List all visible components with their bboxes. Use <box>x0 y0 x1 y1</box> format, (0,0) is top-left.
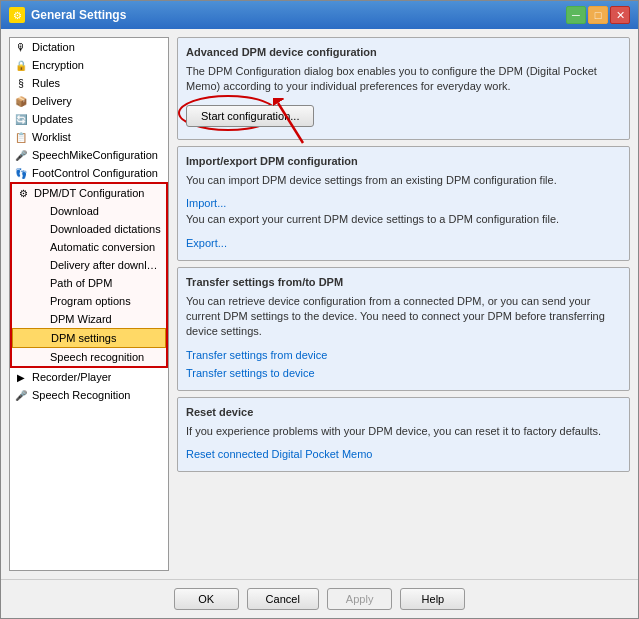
content-area: 🎙 Dictation 🔒 Encryption § Rules 📦 Deliv… <box>1 29 638 579</box>
sidebar-item-updates[interactable]: 🔄 Updates <box>10 110 168 128</box>
reset-link[interactable]: Reset connected Digital Pocket Memo <box>186 448 372 460</box>
dpmsettings-icon <box>33 331 47 345</box>
start-config-button[interactable]: Start configuration... <box>186 105 314 127</box>
window-title: General Settings <box>31 8 126 22</box>
reset-section: Reset device If you experience problems … <box>177 397 630 472</box>
download-icon <box>32 204 46 218</box>
footer: OK Cancel Apply Help <box>1 579 638 618</box>
transfer-title: Transfer settings from/to DPM <box>186 276 621 288</box>
recorder-icon: ▶ <box>14 370 28 384</box>
dictation-icon: 🎙 <box>14 40 28 54</box>
sidebar-item-dpmwizard[interactable]: DPM Wizard <box>12 310 166 328</box>
sidebar-item-encryption[interactable]: 🔒 Encryption <box>10 56 168 74</box>
sidebar-item-rules[interactable]: § Rules <box>10 74 168 92</box>
sidebar-item-downloaded[interactable]: Downloaded dictations <box>12 220 166 238</box>
title-bar: ⚙ General Settings ─ □ ✕ <box>1 1 638 29</box>
apply-button[interactable]: Apply <box>327 588 393 610</box>
import-export-extra: You can export your current DPM device s… <box>186 212 621 227</box>
import-export-text: You can import DPM device settings from … <box>186 173 621 188</box>
sidebar-item-autoconv[interactable]: Automatic conversion <box>12 238 166 256</box>
sidebar-item-footcontrol[interactable]: 👣 FootControl Configuration <box>10 164 168 182</box>
sidebar-item-pathdpm[interactable]: Path of DPM <box>12 274 166 292</box>
import-export-title: Import/export DPM configuration <box>186 155 621 167</box>
title-bar-left: ⚙ General Settings <box>9 7 126 23</box>
sidebar-item-progopts[interactable]: Program options <box>12 292 166 310</box>
speechrec-child-icon <box>32 350 46 364</box>
transfer-from-link[interactable]: Transfer settings from device <box>186 349 327 361</box>
advanced-dpm-text: The DPM Configuration dialog box enables… <box>186 64 621 95</box>
advanced-dpm-section: Advanced DPM device configuration The DP… <box>177 37 630 140</box>
help-button[interactable]: Help <box>400 588 465 610</box>
transfer-to-link[interactable]: Transfer settings to device <box>186 367 315 379</box>
sidebar-item-delafter[interactable]: Delivery after download <box>12 256 166 274</box>
import-link[interactable]: Import... <box>186 197 226 209</box>
footcontrol-icon: 👣 <box>14 166 28 180</box>
start-config-wrapper: Start configuration... <box>186 101 314 131</box>
import-export-section: Import/export DPM configuration You can … <box>177 146 630 261</box>
sidebar: 🎙 Dictation 🔒 Encryption § Rules 📦 Deliv… <box>9 37 169 571</box>
dpm-dt-icon: ⚙ <box>16 186 30 200</box>
worklist-icon: 📋 <box>14 130 28 144</box>
sidebar-item-speechmike[interactable]: 🎤 SpeechMikeConfiguration <box>10 146 168 164</box>
sidebar-item-delivery[interactable]: 📦 Delivery <box>10 92 168 110</box>
minimize-button[interactable]: ─ <box>566 6 586 24</box>
dpm-group: ⚙ DPM/DT Configuration Download Download… <box>10 182 168 368</box>
sidebar-item-speechrec[interactable]: 🎤 Speech Recognition <box>10 386 168 404</box>
speechrec-icon: 🎤 <box>14 388 28 402</box>
title-buttons: ─ □ ✕ <box>566 6 630 24</box>
transfer-text: You can retrieve device configuration fr… <box>186 294 621 340</box>
sidebar-item-dpmsettings[interactable]: DPM settings <box>12 328 166 348</box>
sidebar-item-worklist[interactable]: 📋 Worklist <box>10 128 168 146</box>
reset-title: Reset device <box>186 406 621 418</box>
sidebar-item-speechrec-child[interactable]: Speech recognition <box>12 348 166 366</box>
speechmike-icon: 🎤 <box>14 148 28 162</box>
sidebar-item-dictation[interactable]: 🎙 Dictation <box>10 38 168 56</box>
sidebar-item-download[interactable]: Download <box>12 202 166 220</box>
ok-button[interactable]: OK <box>174 588 239 610</box>
delivery-icon: 📦 <box>14 94 28 108</box>
sidebar-item-recorder[interactable]: ▶ Recorder/Player <box>10 368 168 386</box>
pathdpm-icon <box>32 276 46 290</box>
window-icon: ⚙ <box>9 7 25 23</box>
general-settings-window: ⚙ General Settings ─ □ ✕ 🎙 Dictation 🔒 E… <box>0 0 639 619</box>
advanced-dpm-title: Advanced DPM device configuration <box>186 46 621 58</box>
reset-text: If you experience problems with your DPM… <box>186 424 621 439</box>
maximize-button[interactable]: □ <box>588 6 608 24</box>
progopts-icon <box>32 294 46 308</box>
dpmwizard-icon <box>32 312 46 326</box>
main-panel: Advanced DPM device configuration The DP… <box>177 37 630 571</box>
encryption-icon: 🔒 <box>14 58 28 72</box>
sidebar-item-dpm-dt[interactable]: ⚙ DPM/DT Configuration <box>12 184 166 202</box>
export-link[interactable]: Export... <box>186 237 227 249</box>
close-button[interactable]: ✕ <box>610 6 630 24</box>
rules-icon: § <box>14 76 28 90</box>
transfer-section: Transfer settings from/to DPM You can re… <box>177 267 630 391</box>
downloaded-icon <box>32 222 46 236</box>
cancel-button[interactable]: Cancel <box>247 588 319 610</box>
autoconv-icon <box>32 240 46 254</box>
updates-icon: 🔄 <box>14 112 28 126</box>
delafter-icon <box>32 258 46 272</box>
